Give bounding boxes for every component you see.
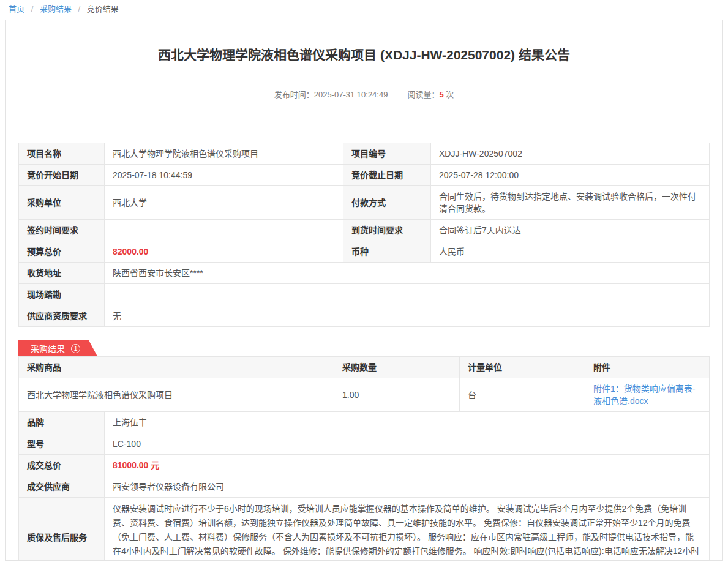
article-header: 西北大学物理学院液相色谱仪采购项目 (XDJJ-HW-202507002) 结果… [6,20,722,118]
result-header-unit: 计量单位 [460,357,585,378]
info-value-project-name: 西北大学物理学院液相色谱仪采购项目 [105,143,343,165]
table-header-row: 采购商品 采购数量 计量单位 附件 [19,357,710,378]
result-label-warranty-service: 质保及售后服务 [19,498,105,561]
table-row: 西北大学物理学院液相色谱仪采购项目 1.00 台 附件1：货物类响应偏离表-液相… [19,378,710,412]
info-label-project-name: 项目名称 [19,143,105,165]
info-label-signing-time: 签约时间要求 [19,220,105,241]
info-value-payment-method: 合同生效后，待货物到达指定地点、安装调试验收合格后，一次性付清合同货款。 [431,186,710,220]
announcement-card: 西北大学物理学院液相色谱仪采购项目 (XDJJ-HW-202507002) 结果… [5,20,723,561]
info-label-site-survey: 现场踏勘 [19,284,105,305]
info-label-budget-total: 预算总价 [19,241,105,263]
breadcrumb: 首页 / 采购结果 / 竞价结果 [0,0,728,20]
result-label-model: 型号 [19,433,105,455]
result-value-product: 西北大学物理学院液相色谱仪采购项目 [19,378,334,412]
result-value-model: LC-100 [105,433,710,455]
result-label-brand: 品牌 [19,412,105,433]
result-value-final-price: 81000.00 元 [105,455,710,476]
info-label-supplier-qualification: 供应商资质要求 [19,305,105,327]
info-label-project-number: 项目编号 [343,143,431,165]
info-label-purchasing-unit: 采购单位 [19,186,105,220]
result-value-unit: 台 [460,378,585,412]
project-info-table: 项目名称 西北大学物理学院液相色谱仪采购项目 项目编号 XDJJ-HW-2025… [18,143,710,327]
result-value-winning-supplier: 西安领导者仪器设备有限公司 [105,476,710,498]
publish-time-label: 发布时间： [274,90,314,99]
info-value-supplier-qualification: 无 [105,305,710,327]
announcement-content: 项目名称 西北大学物理学院液相色谱仪采购项目 项目编号 XDJJ-HW-2025… [6,118,722,561]
info-value-delivery-time: 合同签订后7天内送达 [431,220,710,241]
table-row: 现场踏勘 [19,284,710,305]
table-row: 收货地址 陕西省西安市长安区**** [19,263,710,284]
info-value-currency: 人民币 [431,241,710,263]
result-table: 采购商品 采购数量 计量单位 附件 西北大学物理学院液相色谱仪采购项目 1.00… [18,356,710,561]
info-label-bid-start-date: 竞价开始日期 [19,165,105,186]
table-row: 成交总价 81000.00 元 [19,455,710,476]
breadcrumb-procurement-results-link[interactable]: 采购结果 [40,4,72,13]
result-label-final-price: 成交总价 [19,455,105,476]
info-value-purchasing-unit: 西北大学 [105,186,343,220]
info-value-project-number: XDJJ-HW-202507002 [431,143,710,165]
info-label-currency: 币种 [343,241,431,263]
views-unit: 次 [446,90,454,99]
table-row: 项目名称 西北大学物理学院液相色谱仪采购项目 项目编号 XDJJ-HW-2025… [19,143,710,165]
info-value-budget-total: 82000.00 [105,241,343,263]
breadcrumb-home-link[interactable]: 首页 [9,4,24,13]
info-value-site-survey [105,284,710,305]
info-value-bid-start-date: 2025-07-18 10:44:59 [105,165,343,186]
info-value-bid-end-date: 2025-07-28 12:00:00 [431,165,710,186]
table-row: 预算总价 82000.00 币种 人民币 [19,241,710,263]
table-row: 签约时间要求 到货时间要求 合同签订后7天内送达 [19,220,710,241]
info-value-signing-time [105,220,343,241]
result-header-quantity: 采购数量 [334,357,460,378]
table-row: 品牌 上海伍丰 [19,412,710,433]
views-label: 阅读量： [407,90,439,99]
breadcrumb-separator: / [31,4,34,13]
result-badge-label: 采购结果 [31,342,65,354]
breadcrumb-separator: / [78,4,81,13]
info-label-delivery-address: 收货地址 [19,263,105,284]
result-section-header: 采购结果 1 [18,340,710,356]
table-row: 竞价开始日期 2025-07-18 10:44:59 竞价截止日期 2025-0… [19,165,710,186]
info-label-delivery-time: 到货时间要求 [343,220,431,241]
info-value-delivery-address: 陕西省西安市长安区**** [105,263,710,284]
table-row: 供应商资质要求 无 [19,305,710,327]
table-row: 质保及售后服务 仪器安装调试时应进行不少于6小时的现场培训，受培训人员应能掌握仪… [19,498,710,561]
breadcrumb-current-bidding-results: 竞价结果 [87,4,119,13]
attachment-link[interactable]: 附件1：货物类响应偏离表-液相色谱.docx [593,384,695,406]
result-header-attachment: 附件 [585,357,710,378]
page-title: 西北大学物理学院液相色谱仪采购项目 (XDJJ-HW-202507002) 结果… [42,47,686,64]
result-label-winning-supplier: 成交供应商 [19,476,105,498]
publish-time-value: 2025-07-31 10:24:49 [314,90,388,99]
result-cell-attachment: 附件1：货物类响应偏离表-液相色谱.docx [585,378,710,412]
result-header-product: 采购商品 [19,357,334,378]
info-label-payment-method: 付款方式 [343,186,431,220]
result-value-brand: 上海伍丰 [105,412,710,433]
views-count: 5 [439,90,443,99]
table-row: 成交供应商 西安领导者仪器设备有限公司 [19,476,710,498]
result-count-badge: 1 [71,344,80,353]
table-row: 型号 LC-100 [19,433,710,455]
result-section-badge: 采购结果 1 [18,340,97,356]
table-row: 采购单位 西北大学 付款方式 合同生效后，待货物到达指定地点、安装调试验收合格后… [19,186,710,220]
article-meta: 发布时间：2025-07-31 10:24:49阅读量：5 次 [6,88,722,118]
result-value-quantity: 1.00 [334,378,460,412]
result-value-warranty-service: 仪器安装调试时应进行不少于6小时的现场培训，受培训人员应能掌握仪器的基本操作及简… [105,498,710,561]
info-label-bid-end-date: 竞价截止日期 [343,165,431,186]
